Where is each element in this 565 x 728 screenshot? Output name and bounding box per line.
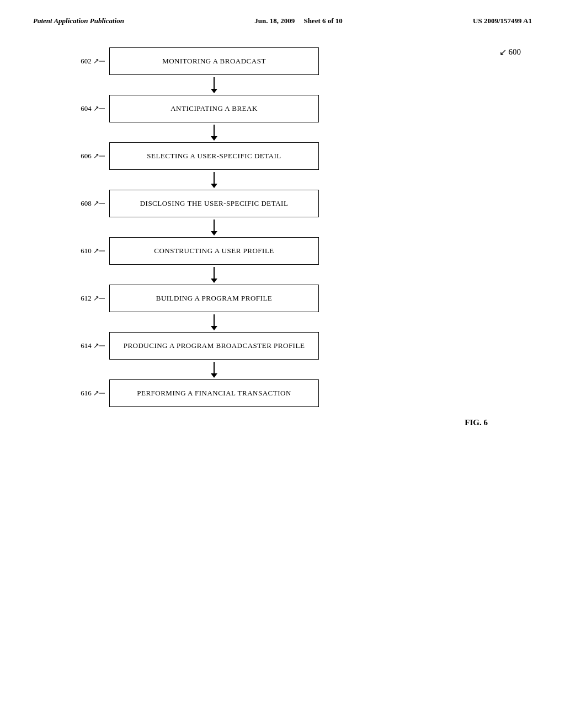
flow-row-614: 614 ↗ PRODUCING A PROGRAM BROADCASTER PR…: [66, 332, 386, 360]
step-text-612: BUILDING A PROGRAM PROFILE: [156, 294, 273, 303]
step-box-606: SELECTING A USER-SPECIFIC DETAIL: [109, 142, 319, 170]
step-label-612: 612 ↗: [66, 294, 99, 303]
figure-id-label: 600: [509, 47, 521, 57]
arrow-614-616: [109, 360, 319, 379]
step-arrow-606: ↗: [93, 152, 99, 160]
corner-arrow-icon: ↙: [499, 47, 507, 57]
arrow-602-604: [109, 75, 319, 95]
step-box-616: PERFORMING A FINANCIAL TRANSACTION: [109, 379, 319, 407]
step-arrow-614: ↗: [93, 341, 99, 350]
arrow-608-610: [109, 217, 319, 237]
header-date-sheet: Jun. 18, 2009 Sheet 6 of 10: [254, 17, 343, 25]
arrow-604-606: [109, 122, 319, 142]
header-patent-number: US 2009/157499 A1: [473, 17, 532, 25]
step-id-608: 608: [81, 199, 92, 207]
arrow-line-602-604: [214, 77, 215, 93]
flow-row-604: 604 ↗ ANTICIPATING A BREAK: [66, 95, 386, 122]
step-label-604: 604 ↗: [66, 104, 99, 113]
step-box-614: PRODUCING A PROGRAM BROADCASTER PROFILE: [109, 332, 319, 360]
flow-row-608: 608 ↗ DISCLOSING THE USER-SPECIFIC DETAI…: [66, 190, 386, 217]
step-box-602: MONITORING A BROADCAST: [109, 47, 319, 75]
step-id-602: 602: [81, 57, 92, 65]
figure-caption: FIG. 6: [465, 418, 488, 427]
step-id-616: 616: [81, 389, 92, 397]
step-text-602: MONITORING A BROADCAST: [162, 57, 266, 66]
header-sheet: Sheet 6 of 10: [303, 17, 342, 25]
step-arrow-608: ↗: [93, 199, 99, 207]
figure-caption-row: FIG. 6: [33, 418, 532, 427]
step-box-608: DISCLOSING THE USER-SPECIFIC DETAIL: [109, 190, 319, 217]
step-arrow-610: ↗: [93, 247, 99, 255]
step-id-610: 610: [81, 247, 92, 255]
arrow-line-612-614: [214, 314, 215, 330]
step-text-604: ANTICIPATING A BREAK: [170, 104, 258, 113]
step-box-610: CONSTRUCTING A USER PROFILE: [109, 237, 319, 265]
step-label-608: 608 ↗: [66, 199, 99, 208]
step-arrow-604: ↗: [93, 104, 99, 113]
patent-header: Patent Application Publication Jun. 18, …: [33, 17, 532, 25]
arrow-line-604-606: [214, 125, 215, 140]
figure-reference-number: ↙ 600: [499, 47, 521, 57]
header-date: Jun. 18, 2009: [254, 17, 295, 25]
step-text-616: PERFORMING A FINANCIAL TRANSACTION: [137, 389, 291, 398]
page: Patent Application Publication Jun. 18, …: [0, 0, 565, 728]
header-publication-type: Patent Application Publication: [33, 17, 124, 25]
step-arrow-612: ↗: [93, 294, 99, 302]
step-id-614: 614: [81, 341, 92, 350]
flow-row-612: 612 ↗ BUILDING A PROGRAM PROFILE: [66, 285, 386, 312]
arrow-606-608: [109, 170, 319, 190]
flow-row-602: 602 ↗ MONITORING A BROADCAST: [66, 47, 386, 75]
arrow-612-614: [109, 312, 319, 332]
step-box-612: BUILDING A PROGRAM PROFILE: [109, 285, 319, 312]
step-id-604: 604: [81, 104, 92, 113]
step-text-608: DISCLOSING THE USER-SPECIFIC DETAIL: [140, 199, 289, 208]
arrow-line-608-610: [214, 220, 215, 235]
step-id-612: 612: [81, 294, 92, 302]
step-text-610: CONSTRUCTING A USER PROFILE: [154, 247, 274, 255]
flowchart: 602 ↗ MONITORING A BROADCAST 604 ↗ ANTIC…: [66, 47, 386, 407]
step-label-614: 614 ↗: [66, 341, 99, 350]
step-arrow-602: ↗: [93, 57, 99, 65]
step-arrow-616: ↗: [93, 389, 99, 397]
flow-row-616: 616 ↗ PERFORMING A FINANCIAL TRANSACTION: [66, 379, 386, 407]
step-label-602: 602 ↗: [66, 57, 99, 66]
step-label-616: 616 ↗: [66, 389, 99, 398]
flow-row-606: 606 ↗ SELECTING A USER-SPECIFIC DETAIL: [66, 142, 386, 170]
step-label-606: 606 ↗: [66, 152, 99, 160]
step-text-606: SELECTING A USER-SPECIFIC DETAIL: [147, 152, 281, 160]
arrow-line-614-616: [214, 362, 215, 377]
step-id-606: 606: [81, 152, 92, 160]
flow-row-610: 610 ↗ CONSTRUCTING A USER PROFILE: [66, 237, 386, 265]
arrow-610-612: [109, 265, 319, 285]
arrow-line-606-608: [214, 172, 215, 188]
arrow-line-610-612: [214, 267, 215, 282]
step-box-604: ANTICIPATING A BREAK: [109, 95, 319, 122]
step-label-610: 610 ↗: [66, 247, 99, 255]
step-text-614: PRODUCING A PROGRAM BROADCASTER PROFILE: [124, 341, 305, 350]
